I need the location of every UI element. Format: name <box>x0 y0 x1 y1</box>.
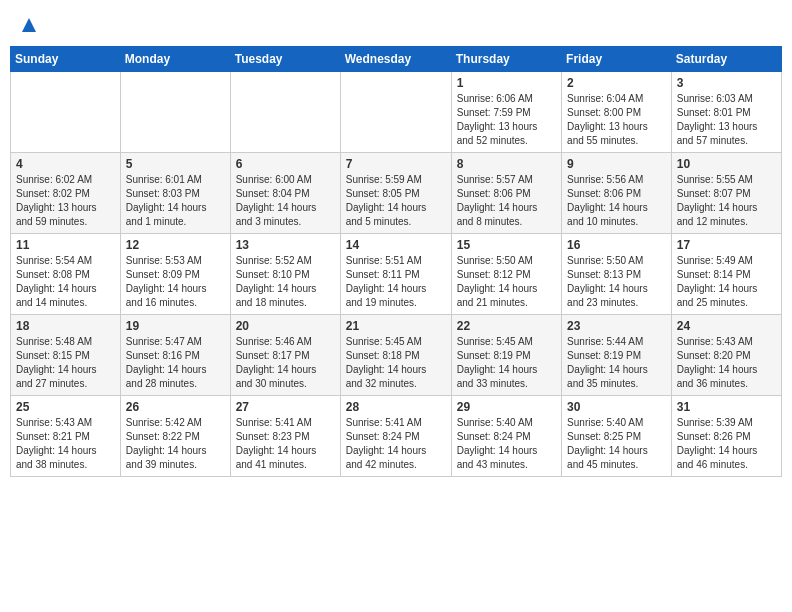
weekday-header-saturday: Saturday <box>671 47 781 72</box>
calendar-cell: 19Sunrise: 5:47 AMSunset: 8:16 PMDayligh… <box>120 315 230 396</box>
cell-info: Sunrise: 5:44 AMSunset: 8:19 PMDaylight:… <box>567 335 666 391</box>
calendar-cell: 11Sunrise: 5:54 AMSunset: 8:08 PMDayligh… <box>11 234 121 315</box>
cell-info: Sunrise: 5:50 AMSunset: 8:12 PMDaylight:… <box>457 254 556 310</box>
day-number: 2 <box>567 76 666 90</box>
day-number: 20 <box>236 319 335 333</box>
day-number: 26 <box>126 400 225 414</box>
cell-info: Sunrise: 5:42 AMSunset: 8:22 PMDaylight:… <box>126 416 225 472</box>
weekday-header-wednesday: Wednesday <box>340 47 451 72</box>
day-number: 23 <box>567 319 666 333</box>
day-number: 11 <box>16 238 115 252</box>
weekday-header-tuesday: Tuesday <box>230 47 340 72</box>
day-number: 16 <box>567 238 666 252</box>
day-number: 27 <box>236 400 335 414</box>
calendar-cell: 27Sunrise: 5:41 AMSunset: 8:23 PMDayligh… <box>230 396 340 477</box>
cell-info: Sunrise: 5:47 AMSunset: 8:16 PMDaylight:… <box>126 335 225 391</box>
cell-info: Sunrise: 6:02 AMSunset: 8:02 PMDaylight:… <box>16 173 115 229</box>
cell-info: Sunrise: 5:54 AMSunset: 8:08 PMDaylight:… <box>16 254 115 310</box>
weekday-header-monday: Monday <box>120 47 230 72</box>
calendar-cell: 13Sunrise: 5:52 AMSunset: 8:10 PMDayligh… <box>230 234 340 315</box>
cell-info: Sunrise: 5:50 AMSunset: 8:13 PMDaylight:… <box>567 254 666 310</box>
day-number: 18 <box>16 319 115 333</box>
calendar-cell: 28Sunrise: 5:41 AMSunset: 8:24 PMDayligh… <box>340 396 451 477</box>
calendar-cell: 21Sunrise: 5:45 AMSunset: 8:18 PMDayligh… <box>340 315 451 396</box>
calendar-cell: 12Sunrise: 5:53 AMSunset: 8:09 PMDayligh… <box>120 234 230 315</box>
cell-info: Sunrise: 6:01 AMSunset: 8:03 PMDaylight:… <box>126 173 225 229</box>
day-number: 31 <box>677 400 776 414</box>
cell-info: Sunrise: 5:45 AMSunset: 8:18 PMDaylight:… <box>346 335 446 391</box>
calendar-cell: 24Sunrise: 5:43 AMSunset: 8:20 PMDayligh… <box>671 315 781 396</box>
calendar-cell: 29Sunrise: 5:40 AMSunset: 8:24 PMDayligh… <box>451 396 561 477</box>
cell-info: Sunrise: 5:59 AMSunset: 8:05 PMDaylight:… <box>346 173 446 229</box>
day-number: 7 <box>346 157 446 171</box>
calendar-cell: 22Sunrise: 5:45 AMSunset: 8:19 PMDayligh… <box>451 315 561 396</box>
cell-info: Sunrise: 5:43 AMSunset: 8:21 PMDaylight:… <box>16 416 115 472</box>
day-number: 14 <box>346 238 446 252</box>
svg-marker-0 <box>22 18 36 32</box>
calendar-cell: 9Sunrise: 5:56 AMSunset: 8:06 PMDaylight… <box>562 153 672 234</box>
day-number: 12 <box>126 238 225 252</box>
cell-info: Sunrise: 6:04 AMSunset: 8:00 PMDaylight:… <box>567 92 666 148</box>
calendar-cell <box>120 72 230 153</box>
weekday-header-thursday: Thursday <box>451 47 561 72</box>
day-number: 6 <box>236 157 335 171</box>
calendar-cell: 7Sunrise: 5:59 AMSunset: 8:05 PMDaylight… <box>340 153 451 234</box>
cell-info: Sunrise: 5:43 AMSunset: 8:20 PMDaylight:… <box>677 335 776 391</box>
cell-info: Sunrise: 5:55 AMSunset: 8:07 PMDaylight:… <box>677 173 776 229</box>
day-number: 17 <box>677 238 776 252</box>
calendar-cell: 1Sunrise: 6:06 AMSunset: 7:59 PMDaylight… <box>451 72 561 153</box>
cell-info: Sunrise: 6:00 AMSunset: 8:04 PMDaylight:… <box>236 173 335 229</box>
calendar-cell: 14Sunrise: 5:51 AMSunset: 8:11 PMDayligh… <box>340 234 451 315</box>
logo-icon <box>22 18 36 36</box>
calendar-cell: 4Sunrise: 6:02 AMSunset: 8:02 PMDaylight… <box>11 153 121 234</box>
calendar-cell <box>230 72 340 153</box>
calendar-table: SundayMondayTuesdayWednesdayThursdayFrid… <box>10 46 782 477</box>
day-number: 3 <box>677 76 776 90</box>
calendar-cell: 26Sunrise: 5:42 AMSunset: 8:22 PMDayligh… <box>120 396 230 477</box>
day-number: 19 <box>126 319 225 333</box>
calendar-cell: 20Sunrise: 5:46 AMSunset: 8:17 PMDayligh… <box>230 315 340 396</box>
calendar-cell: 23Sunrise: 5:44 AMSunset: 8:19 PMDayligh… <box>562 315 672 396</box>
page-header <box>10 10 782 40</box>
calendar-cell <box>11 72 121 153</box>
calendar-cell: 31Sunrise: 5:39 AMSunset: 8:26 PMDayligh… <box>671 396 781 477</box>
cell-info: Sunrise: 5:46 AMSunset: 8:17 PMDaylight:… <box>236 335 335 391</box>
cell-info: Sunrise: 5:52 AMSunset: 8:10 PMDaylight:… <box>236 254 335 310</box>
logo <box>20 18 36 36</box>
weekday-header-friday: Friday <box>562 47 672 72</box>
cell-info: Sunrise: 5:49 AMSunset: 8:14 PMDaylight:… <box>677 254 776 310</box>
calendar-cell <box>340 72 451 153</box>
calendar-cell: 6Sunrise: 6:00 AMSunset: 8:04 PMDaylight… <box>230 153 340 234</box>
day-number: 13 <box>236 238 335 252</box>
cell-info: Sunrise: 5:40 AMSunset: 8:24 PMDaylight:… <box>457 416 556 472</box>
calendar-cell: 25Sunrise: 5:43 AMSunset: 8:21 PMDayligh… <box>11 396 121 477</box>
calendar-cell: 30Sunrise: 5:40 AMSunset: 8:25 PMDayligh… <box>562 396 672 477</box>
cell-info: Sunrise: 6:06 AMSunset: 7:59 PMDaylight:… <box>457 92 556 148</box>
day-number: 25 <box>16 400 115 414</box>
weekday-header-sunday: Sunday <box>11 47 121 72</box>
calendar-cell: 2Sunrise: 6:04 AMSunset: 8:00 PMDaylight… <box>562 72 672 153</box>
cell-info: Sunrise: 5:45 AMSunset: 8:19 PMDaylight:… <box>457 335 556 391</box>
day-number: 10 <box>677 157 776 171</box>
day-number: 28 <box>346 400 446 414</box>
day-number: 29 <box>457 400 556 414</box>
calendar-cell: 5Sunrise: 6:01 AMSunset: 8:03 PMDaylight… <box>120 153 230 234</box>
calendar-cell: 3Sunrise: 6:03 AMSunset: 8:01 PMDaylight… <box>671 72 781 153</box>
day-number: 1 <box>457 76 556 90</box>
day-number: 30 <box>567 400 666 414</box>
day-number: 9 <box>567 157 666 171</box>
cell-info: Sunrise: 6:03 AMSunset: 8:01 PMDaylight:… <box>677 92 776 148</box>
cell-info: Sunrise: 5:57 AMSunset: 8:06 PMDaylight:… <box>457 173 556 229</box>
calendar-cell: 10Sunrise: 5:55 AMSunset: 8:07 PMDayligh… <box>671 153 781 234</box>
cell-info: Sunrise: 5:51 AMSunset: 8:11 PMDaylight:… <box>346 254 446 310</box>
day-number: 15 <box>457 238 556 252</box>
day-number: 21 <box>346 319 446 333</box>
day-number: 8 <box>457 157 556 171</box>
day-number: 22 <box>457 319 556 333</box>
cell-info: Sunrise: 5:48 AMSunset: 8:15 PMDaylight:… <box>16 335 115 391</box>
cell-info: Sunrise: 5:56 AMSunset: 8:06 PMDaylight:… <box>567 173 666 229</box>
calendar-cell: 18Sunrise: 5:48 AMSunset: 8:15 PMDayligh… <box>11 315 121 396</box>
cell-info: Sunrise: 5:40 AMSunset: 8:25 PMDaylight:… <box>567 416 666 472</box>
calendar-cell: 16Sunrise: 5:50 AMSunset: 8:13 PMDayligh… <box>562 234 672 315</box>
cell-info: Sunrise: 5:41 AMSunset: 8:24 PMDaylight:… <box>346 416 446 472</box>
